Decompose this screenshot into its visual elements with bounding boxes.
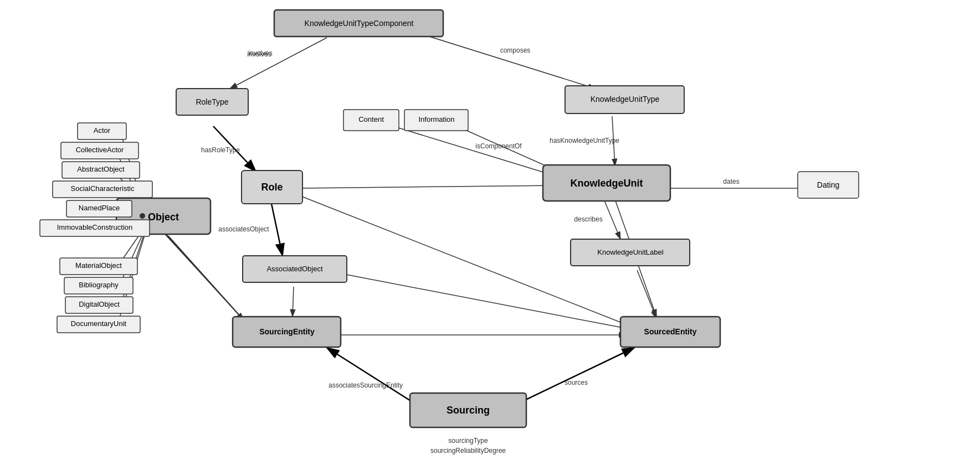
edge-composes (410, 30, 596, 89)
label-knowledgeUnit: KnowledgeUnit (571, 178, 643, 189)
label-materialObject: MaterialObject (75, 261, 122, 270)
label-sourcingReliabilityDegree: sourcingReliabilityDegree (430, 447, 506, 455)
label-associatedObject: AssociatedObject (266, 265, 323, 273)
label-immovableConstruction: ImmovableConstruction (57, 223, 133, 231)
label-abstractObject: AbstractObject (77, 165, 125, 173)
label-sourcingEntity: SourcingEntity (259, 327, 315, 336)
label-knowledgeUnitLabel: KnowledgeUnitLabel (597, 248, 663, 256)
label-associatesObject: associatesObject (218, 225, 269, 233)
edge-knowledgeUnitLabel-sourcedEntity (637, 270, 656, 318)
label-information: Information (418, 115, 454, 123)
junction-dot (140, 213, 145, 219)
label-digitalObject: DigitalObject (79, 300, 120, 308)
svg-text:involves: involves (247, 50, 271, 58)
label-dates: dates (723, 178, 739, 185)
edge-associatesObject (271, 204, 283, 256)
edge-involves (230, 38, 327, 89)
edge-associatedObject-sourcingEntity (293, 287, 294, 317)
label-roleType: RoleType (196, 97, 228, 106)
label-namedPlace: NamedPlace (79, 204, 120, 212)
label-hasRoleType: hasRoleType (201, 146, 240, 154)
label-role: Role (261, 182, 283, 193)
label-content: Content (358, 115, 384, 123)
label-socialCharacteristic: SocialCharacteristic (71, 184, 135, 193)
label-associatesSourcingEntity: associatesSourcingEntity (329, 381, 403, 389)
label-bibliography: Bibliography (79, 281, 119, 289)
label-isComponentOf: isComponentOf (475, 142, 522, 150)
label-hasKnowledgeUnitType: hasKnowledgeUnitType (550, 137, 619, 144)
label-sourcingType: sourcingType (448, 437, 488, 445)
edge-role-isComponentOf (299, 185, 557, 188)
label-describes: describes (574, 215, 602, 223)
edge-content-isComponentOf (388, 125, 560, 177)
edge-associatedObject-sourcedEntity (343, 274, 632, 329)
label-composes: composes (500, 47, 531, 54)
label-sourcing: Sourcing (447, 405, 490, 416)
label-knowledgeUnitTypeComponent: KnowledgeUnitTypeComponent (305, 19, 414, 28)
label-object: Object (148, 211, 179, 223)
edge-object-sourcingEntity4 (168, 236, 249, 326)
edge-describes (604, 199, 620, 239)
label-actor: Actor (94, 126, 111, 135)
ontology-diagram: involves involves composes hasRoleType h… (0, 0, 980, 475)
label-sourcedEntity: SourcedEntity (644, 327, 697, 336)
diagram-container: involves involves composes hasRoleType h… (0, 0, 980, 475)
label-knowledgeUnitType: KnowledgeUnitType (591, 95, 660, 104)
label-dating: Dating (817, 180, 839, 189)
label-sources: sources (565, 379, 588, 386)
label-documentaryUnit: DocumentaryUnit (71, 319, 127, 328)
label-collectiveActor: CollectiveActor (76, 146, 124, 154)
